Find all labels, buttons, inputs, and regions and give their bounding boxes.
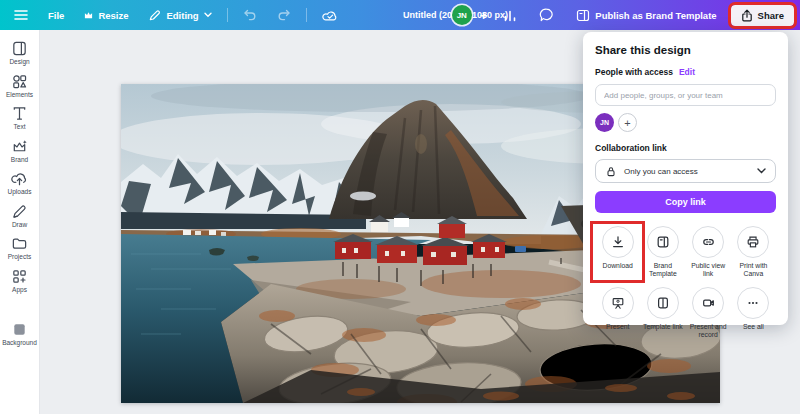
share-option-label: See all xyxy=(743,323,764,331)
undo-icon xyxy=(243,9,257,21)
apps-grid-icon xyxy=(11,268,28,285)
bar-chart-icon xyxy=(503,9,517,22)
access-level-value: Only you can access xyxy=(624,167,750,176)
add-member-button[interactable]: + xyxy=(478,8,490,23)
pencil-icon xyxy=(148,9,161,22)
hamburger-menu-button[interactable] xyxy=(6,5,36,25)
share-upload-icon xyxy=(741,9,753,22)
sidebar-item-label: Brand xyxy=(11,157,28,164)
save-status-button[interactable] xyxy=(314,5,346,26)
sidebar-item-label: Apps xyxy=(12,287,27,294)
share-option-label: Template link xyxy=(643,323,683,331)
ellipsis-icon xyxy=(746,296,760,310)
brand-template-icon xyxy=(656,235,670,249)
share-option-print-with-canva[interactable]: Print with Canva xyxy=(731,226,776,278)
insights-button[interactable] xyxy=(495,5,525,26)
sidebar-item-background[interactable]: Background xyxy=(1,321,39,347)
template-link-icon xyxy=(656,296,670,310)
sidebar-item-projects[interactable]: Projects xyxy=(1,235,39,261)
share-option-label: Print with Canva xyxy=(731,262,776,278)
sidebar-item-label: Projects xyxy=(8,254,31,261)
background-swatch-icon xyxy=(11,321,28,338)
link-icon xyxy=(701,235,716,249)
share-option-label: Brand Template xyxy=(640,262,685,278)
add-person-button[interactable]: + xyxy=(618,113,637,132)
share-panel-title: Share this design xyxy=(595,44,776,56)
toolbar-divider xyxy=(227,8,228,22)
share-option-public-view-link[interactable]: Public view link xyxy=(686,226,731,278)
undo-button[interactable] xyxy=(235,5,265,25)
hamburger-icon xyxy=(14,9,28,21)
share-option-see-all[interactable]: See all xyxy=(731,287,776,339)
cloud-check-icon xyxy=(322,9,338,22)
share-option-label: Download xyxy=(603,262,633,270)
brand-template-icon xyxy=(576,9,590,22)
lock-icon xyxy=(605,165,617,178)
sidebar-item-brand[interactable]: Brand xyxy=(1,138,39,164)
sidebar-item-label: Design xyxy=(9,59,29,66)
printer-icon xyxy=(746,235,760,249)
share-panel: Share this design People with access Edi… xyxy=(583,32,788,325)
sidebar-item-uploads[interactable]: Uploads xyxy=(1,170,39,196)
editing-label: Editing xyxy=(166,10,198,21)
share-option-template-link[interactable]: Template link xyxy=(640,287,685,339)
sidebar-item-design[interactable]: Design xyxy=(1,40,39,66)
share-option-present-and-record[interactable]: Present and record xyxy=(686,287,731,339)
sidebar-item-label: Draw xyxy=(12,222,27,229)
sidebar-item-label: Elements xyxy=(6,92,33,99)
sidebar-item-draw[interactable]: Draw xyxy=(1,203,39,229)
access-avatar-row: JN + xyxy=(595,113,776,132)
sidebar-item-elements[interactable]: Elements xyxy=(1,73,39,99)
access-level-select[interactable]: Only you can access xyxy=(595,159,776,183)
share-button[interactable]: Share xyxy=(731,5,794,26)
share-option-download[interactable]: Download xyxy=(595,226,640,278)
sidebar-item-label: Uploads xyxy=(8,189,32,196)
collaboration-link-label: Collaboration link xyxy=(595,143,776,153)
crown-icon xyxy=(84,11,93,19)
comments-button[interactable] xyxy=(531,4,562,26)
publish-brand-template-button[interactable]: Publish as Brand Template xyxy=(568,5,724,26)
share-label: Share xyxy=(758,10,784,21)
draw-pencil-icon xyxy=(11,203,28,220)
share-option-brand-template[interactable]: Brand Template xyxy=(640,226,685,278)
file-menu-button[interactable]: File xyxy=(40,6,72,25)
text-icon xyxy=(11,105,28,122)
redo-icon xyxy=(277,9,291,21)
editing-mode-button[interactable]: Editing xyxy=(140,5,219,26)
sidebar-item-label: Text xyxy=(14,124,26,131)
share-option-present[interactable]: Present xyxy=(595,287,640,339)
share-options-grid: Download Brand Template Public view link… xyxy=(595,226,776,340)
download-icon xyxy=(611,235,625,249)
elements-icon xyxy=(11,73,28,90)
chevron-down-icon xyxy=(757,168,766,174)
projects-folder-icon xyxy=(11,235,28,252)
uploads-cloud-icon xyxy=(11,170,28,187)
toolbar-left-group: File Resize Editing xyxy=(6,5,346,26)
member-avatar[interactable]: JN xyxy=(595,113,614,132)
resize-button[interactable]: Resize xyxy=(76,6,136,25)
file-menu-label: File xyxy=(48,10,64,21)
present-icon xyxy=(611,296,625,310)
comment-bubble-icon xyxy=(539,8,554,22)
chevron-down-icon xyxy=(204,12,212,18)
edit-access-link[interactable]: Edit xyxy=(679,67,695,77)
people-with-access-label: People with access xyxy=(595,67,673,77)
top-toolbar: File Resize Editing Untitled xyxy=(0,0,800,30)
user-avatar[interactable]: JN xyxy=(452,5,472,25)
sidebar-item-text[interactable]: Text xyxy=(1,105,39,131)
toolbar-divider xyxy=(306,8,307,22)
sidebar-item-label: Background xyxy=(2,340,37,347)
sidebar-item-apps[interactable]: Apps xyxy=(1,268,39,294)
add-people-input[interactable] xyxy=(595,84,776,106)
brand-crown-icon xyxy=(11,138,28,155)
redo-button[interactable] xyxy=(269,5,299,25)
share-option-label: Present xyxy=(606,323,629,331)
share-option-label: Public view link xyxy=(686,262,731,278)
share-option-label: Present and record xyxy=(686,323,731,339)
present-record-icon xyxy=(701,296,716,310)
toolbar-right-group: JN + Publish as Brand Template Share xyxy=(452,0,794,30)
publish-label: Publish as Brand Template xyxy=(595,10,716,21)
design-icon xyxy=(11,40,28,57)
copy-link-button[interactable]: Copy link xyxy=(595,191,776,213)
object-panel-sidebar: Design Elements Text Brand Uploads Draw … xyxy=(0,30,40,414)
